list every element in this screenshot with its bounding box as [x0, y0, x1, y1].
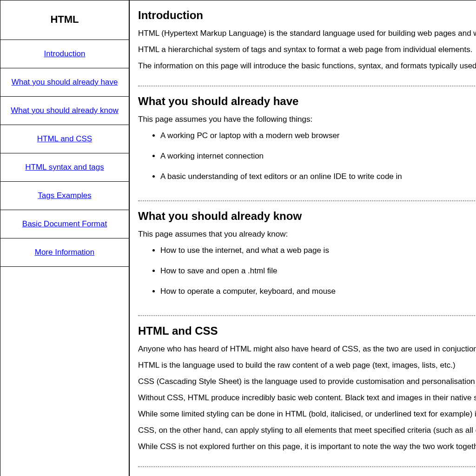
- heading-html-and-css: HTML and CSS: [138, 324, 476, 337]
- list-item: How to operate a computer, keyboard, and…: [160, 286, 476, 297]
- paragraph: This page assumes you have the following…: [138, 114, 476, 125]
- section-syntax-and-tags: HTML syntax and tags: [138, 466, 476, 476]
- nav-link-introduction[interactable]: Introduction: [0, 40, 129, 68]
- section-html-and-css: HTML and CSS Anyone who has heard of HTM…: [138, 315, 476, 466]
- nav-link-syntax-and-tags[interactable]: HTML syntax and tags: [0, 153, 129, 182]
- paragraph: Anyone who has heard of HTML might also …: [138, 344, 476, 355]
- paragraph: The information on this page will introd…: [138, 61, 476, 72]
- list-already-have: A working PC or laptop with a modern web…: [138, 131, 476, 182]
- nav-title: HTML: [0, 0, 129, 40]
- section-introduction: Introduction HTML (Hypertext Markup Lang…: [138, 9, 476, 86]
- nav-link-more-information[interactable]: More Information: [0, 238, 129, 267]
- paragraph: While CSS is not explored further on thi…: [138, 442, 476, 452]
- paragraph: HTML (Hypertext Markup Language) is the …: [138, 28, 476, 39]
- list-item: A working internet connection: [160, 151, 476, 161]
- list-item: How to save and open a .html file: [160, 266, 476, 276]
- heading-already-know: What you should already know: [138, 210, 476, 223]
- paragraph: CSS (Cascading Style Sheet) is the langu…: [138, 377, 476, 387]
- section-already-have: What you should already have This page a…: [138, 86, 476, 200]
- list-item: A working PC or laptop with a modern web…: [160, 131, 476, 141]
- paragraph: HTML a hierarchichal system of tags and …: [138, 45, 476, 55]
- heading-already-have: What you should already have: [138, 95, 476, 108]
- list-already-know: How to use the internet, and what a web …: [138, 245, 476, 297]
- paragraph: HTML is the language used to build the r…: [138, 360, 476, 371]
- heading-introduction: Introduction: [138, 9, 476, 22]
- paragraph: Without CSS, HTML produce incredibly bas…: [138, 393, 476, 403]
- nav-link-already-have[interactable]: What you should already have: [0, 68, 129, 97]
- sidebar-nav: HTML Introduction What you should alread…: [0, 0, 130, 476]
- paragraph: While some limited styling can be done i…: [138, 409, 476, 420]
- main-content: Introduction HTML (Hypertext Markup Lang…: [130, 0, 476, 476]
- paragraph: CSS, on the other hand, can apply stylin…: [138, 425, 476, 436]
- nav-link-basic-document-format[interactable]: Basic Document Format: [0, 210, 129, 238]
- list-item: A basic understanding of text editors or…: [160, 172, 476, 182]
- paragraph: This page assumes that you already know:: [138, 229, 476, 240]
- nav-link-already-know[interactable]: What you should already know: [0, 97, 129, 125]
- list-item: How to use the internet, and what a web …: [160, 245, 476, 256]
- nav-link-tags-examples[interactable]: Tags Examples: [0, 182, 129, 210]
- nav-link-html-and-css[interactable]: HTML and CSS: [0, 125, 129, 153]
- section-already-know: What you should already know This page a…: [138, 200, 476, 315]
